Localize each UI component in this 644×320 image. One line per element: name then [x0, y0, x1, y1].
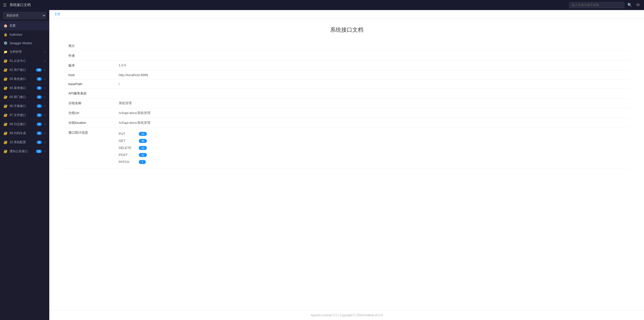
- label-user-api: 02.用户接口: [10, 68, 34, 72]
- doc-field-row: hosthttp://localhost:8989: [64, 71, 629, 80]
- sidebar-item-gate-api[interactable]: 🔐 05.部门接口 6 ∨: [0, 93, 49, 102]
- arrow-doc-manage: ∨: [44, 50, 46, 54]
- sidebar-item-doc-manage[interactable]: 📁 文档管理 ∨: [0, 47, 49, 57]
- icon-swagger-models: ⚙️: [4, 41, 8, 45]
- stats-label: 接口统计信息: [64, 128, 115, 168]
- sidebar-item-codegen-api[interactable]: 🔐 09.代码生成 5 ∨: [0, 129, 49, 138]
- sidebar-item-menu-api[interactable]: 🔐 04.菜单接口 8 ∨: [0, 84, 49, 93]
- field-value: /v3/api-docs/系统管理: [115, 118, 629, 128]
- field-key: basePath: [64, 80, 115, 89]
- arrow-role-api: ∨: [44, 77, 46, 81]
- doc-field-row: 简介: [64, 41, 629, 51]
- field-key: 作者: [64, 51, 115, 61]
- arrow-codegen-api: ∨: [44, 132, 46, 135]
- search-icon[interactable]: 🔍: [626, 3, 633, 7]
- menu-toggle-icon[interactable]: ☰: [3, 3, 7, 8]
- field-value: http://localhost:8989: [115, 71, 629, 80]
- search-input[interactable]: [569, 2, 624, 8]
- stat-badge: 12: [139, 153, 147, 157]
- icon-role-api: 🔐: [4, 77, 8, 81]
- field-value: /v3/api-docs/系统管理: [115, 108, 629, 118]
- field-key: 分组location: [64, 118, 115, 128]
- field-key: host: [64, 71, 115, 80]
- field-key: 分组Url: [64, 108, 115, 118]
- label-role-api: 03.角色接口: [10, 77, 35, 81]
- icon-log-api: 🔐: [4, 122, 8, 126]
- stat-badge: 36: [139, 139, 147, 143]
- stat-row: POST 12: [119, 151, 147, 158]
- stat-method: PATCH: [119, 158, 139, 166]
- language-icon[interactable]: 中: [635, 3, 641, 8]
- label-notice-api: 通知公告接口: [10, 149, 34, 153]
- icon-auth-center: 🔐: [4, 59, 8, 63]
- sidebar-item-dict-api[interactable]: 🔐 06.字典接口 7 ∨: [0, 102, 49, 111]
- doc-field-row: 作者: [64, 51, 629, 61]
- doc-field-row: 分组location/v3/api-docs/系统管理: [64, 118, 629, 128]
- icon-doc-manage: 📁: [4, 50, 8, 54]
- page-content: 系统接口文档 简介作者版本1.0.0hosthttp://localhost:8…: [49, 19, 644, 310]
- stat-method: PUT: [119, 130, 139, 137]
- field-value: [115, 89, 629, 98]
- main-layout: 系统管理 🏠 主页 🔒 Authorize ⚙️ Swagger Models …: [0, 10, 644, 320]
- field-key: API服务条款: [64, 89, 115, 98]
- label-auth-center: 01.认证中心: [10, 59, 42, 63]
- sidebar-item-home[interactable]: 🏠 主页: [0, 21, 49, 30]
- icon-notice-api: 🔐: [4, 149, 8, 153]
- badge-role-api: 9: [37, 77, 42, 81]
- topbar: ☰ 系统接口文档 🔍 中: [0, 0, 644, 10]
- stat-badge: 10: [139, 146, 147, 150]
- field-value: [115, 41, 629, 51]
- label-menu-api: 04.菜单接口: [10, 86, 35, 90]
- badge-notice-api: 11: [36, 150, 42, 153]
- sidebar-item-sysconfig-api[interactable]: 🔐 10.系统配置 6 ∨: [0, 138, 49, 147]
- field-value: /: [115, 80, 629, 89]
- doc-field-row: 分组名称系统管理: [64, 98, 629, 108]
- sidebar-item-user-api[interactable]: 🔐 02.用户接口 18 ∨: [0, 66, 49, 75]
- stat-row: PUT 14: [119, 130, 147, 137]
- icon-home: 🏠: [4, 24, 8, 28]
- doc-info-table: 简介作者版本1.0.0hosthttp://localhost:8989base…: [64, 41, 629, 168]
- doc-group-selector[interactable]: 系统管理: [3, 12, 46, 19]
- label-log-api: 08.日志接口: [10, 122, 35, 126]
- arrow-auth-center: ∨: [44, 59, 46, 63]
- label-file-api: 07.文件接口: [10, 113, 35, 117]
- stat-badge: 14: [139, 132, 147, 136]
- stat-method: POST: [119, 151, 139, 158]
- badge-codegen-api: 5: [37, 132, 42, 135]
- breadcrumb: 主页: [49, 10, 644, 19]
- sidebar-item-auth-center[interactable]: 🔐 01.认证中心 ∨: [0, 57, 49, 66]
- field-key: 分组名称: [64, 98, 115, 108]
- badge-log-api: 3: [37, 123, 42, 126]
- arrow-file-api: ∨: [44, 114, 46, 117]
- sidebar-item-log-api[interactable]: 🔐 08.日志接口 3 ∨: [0, 120, 49, 129]
- breadcrumb-home[interactable]: 主页: [54, 12, 60, 16]
- sidebar-item-role-api[interactable]: 🔐 03.角色接口 9 ∨: [0, 75, 49, 84]
- arrow-log-api: ∨: [44, 123, 46, 126]
- arrow-gate-api: ∨: [44, 95, 46, 99]
- sidebar-item-authorize[interactable]: 🔒 Authorize: [0, 30, 49, 39]
- sidebar-item-file-api[interactable]: 🔐 07.文件接口 2 ∨: [0, 111, 49, 120]
- sidebar-item-swagger-models[interactable]: ⚙️ Swagger Models: [0, 39, 49, 47]
- label-codegen-api: 09.代码生成: [10, 131, 35, 135]
- field-value: [115, 51, 629, 61]
- label-doc-manage: 文档管理: [10, 50, 42, 54]
- badge-menu-api: 8: [37, 86, 42, 90]
- badge-gate-api: 6: [37, 95, 42, 99]
- stat-method: DELETE: [119, 144, 139, 151]
- label-home: 主页: [10, 24, 46, 28]
- sidebar: 系统管理 🏠 主页 🔒 Authorize ⚙️ Swagger Models …: [0, 10, 49, 320]
- topbar-search-area: 🔍 中: [569, 2, 641, 8]
- arrow-menu-api: ∨: [44, 86, 46, 90]
- stat-row: DELETE 10: [119, 144, 147, 151]
- field-key: 版本: [64, 61, 115, 71]
- arrow-user-api: ∨: [44, 68, 46, 72]
- icon-sysconfig-api: 🔐: [4, 140, 8, 144]
- arrow-sysconfig-api: ∨: [44, 141, 46, 144]
- icon-authorize: 🔒: [4, 33, 8, 36]
- icon-file-api: 🔐: [4, 113, 8, 117]
- stat-row: GET 36: [119, 137, 147, 144]
- sidebar-item-notice-api[interactable]: 🔐 通知公告接口 11 ∨: [0, 147, 49, 156]
- doc-field-row: API服务条款: [64, 89, 629, 98]
- doc-field-row: 版本1.0.0: [64, 61, 629, 71]
- icon-dict-api: 🔐: [4, 104, 8, 108]
